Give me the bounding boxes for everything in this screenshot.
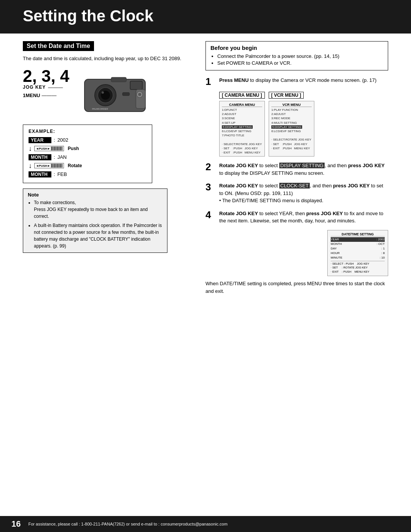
step-3-rotate: Rotate JOG KEY (219, 183, 258, 189)
dt-row-month: MONTH : OCT (331, 242, 385, 246)
clock-set-highlight: CLOCK-SET (279, 183, 310, 189)
push-icon-1: ◄PUSH► (34, 146, 64, 151)
step-1-keyword-menu: Press MENU (219, 77, 249, 83)
dt-year-label: YEAR (331, 237, 339, 242)
note-item-2: A built-in Battery maintains clock opera… (34, 222, 162, 249)
push-icon-2: ◄PUSH► (34, 163, 64, 168)
before-item-2: Set POWER to CAMERA or VCR. (217, 60, 383, 66)
dt-row-day: DAY : 1 (331, 246, 385, 251)
camera-img-area: 2, 3, 4 JOG KEY ——— 1MENU ——— (23, 68, 190, 118)
vcr-menu-box: VCR MENU 1:PLAY FUNCTION 2:ADJUST 3:REC … (269, 101, 314, 157)
dt-minute-label: MINUTE (331, 256, 342, 260)
step-2-press: press JOG KEY (348, 163, 385, 168)
menu-images: CAMERA MENU 1:DFUNCT 2:ADJUST 3:SCENE 4:… (219, 101, 388, 157)
before-list: Connect the Palmcorder to a power source… (210, 53, 383, 66)
svg-rect-5 (130, 81, 142, 89)
camera-svg: PALMCORDER (77, 68, 153, 117)
datetime-display-title: DATE/TIME SETTING (331, 232, 385, 236)
month-key-1: MONTH (29, 154, 51, 160)
step-1-content: Press MENU to display the Camera or VCR … (219, 77, 376, 86)
page: Setting the Clock Set the Date and Time … (0, 0, 411, 532)
section-title: Set the Date and Time (23, 41, 94, 51)
dt-hour-label: HOUR (331, 251, 340, 256)
push-row-2: ↓ ◄PUSH► Rotate (29, 162, 147, 170)
year-key: YEAR (29, 137, 51, 143)
camera-image-area: PALMCORDER (77, 68, 153, 118)
year-val: 2002 (57, 137, 68, 143)
camera-menu-title: CAMERA MENU (222, 103, 262, 107)
step-3-num: 3 (206, 182, 216, 204)
before-item-1: Connect the Palmcorder to a power source… (217, 53, 383, 59)
step-4-rotate: Rotate JOG KEY (219, 211, 258, 216)
note-item-1: To make corrections,Press JOG KEY repeat… (34, 199, 162, 220)
menu-labels-row: [ CAMERA MENU ] [ VCR MENU ] (219, 92, 388, 99)
step-2-keyword: Rotate JOG KEY (219, 163, 258, 168)
svg-text:PALMCORDER: PALMCORDER (92, 108, 108, 110)
arrow-down-icon-2: ↓ (29, 162, 32, 170)
example-row-month2: MONTH : FEB (29, 171, 147, 177)
jog-key-label: JOG KEY (23, 85, 46, 90)
step-2-content: Rotate JOG KEY to select DISPLAY SETTING… (219, 162, 388, 177)
footer-bar: 16 For assistance, please call : 1-800-2… (0, 516, 411, 532)
camera-menu-tag: [ CAMERA MENU ] (219, 92, 265, 99)
svg-rect-10 (123, 93, 129, 96)
completion-text: When DATE/TIME setting is completed, pre… (206, 280, 388, 295)
note-box: Note To make corrections,Press JOG KEY r… (23, 189, 167, 253)
vcr-menu-content: 1:PLAY FUNCTION 2:ADJUST 3:REC MODE 4:MU… (271, 108, 312, 150)
dt-row-hour: HOUR : 8 (331, 251, 385, 256)
big-numbers: 2, 3, 4 (23, 68, 69, 85)
svg-point-9 (138, 93, 141, 96)
dt-month-label: MONTH (331, 242, 342, 246)
note-list: To make corrections,Press JOG KEY repeat… (28, 199, 162, 249)
page-title: Setting the Clock (23, 7, 388, 25)
note-title: Note (28, 192, 162, 198)
dt-hour-val: : 8 (381, 251, 385, 256)
push-row-1: ↓ ◄PUSH► Push (29, 145, 147, 153)
month-val-2: FEB (57, 171, 67, 177)
step-4-press: press JOG KEY (306, 211, 343, 216)
dt-day-label: DAY (331, 246, 337, 251)
dt-year-val: : 2002 (376, 237, 385, 242)
month-val-1: JAN (57, 154, 67, 160)
header-bar: Setting the Clock (0, 0, 411, 34)
vcr-menu-tag: [ VCR MENU ] (269, 92, 304, 99)
step-3-content: Rotate JOG KEY to select CLOCK-SET, and … (219, 182, 388, 204)
two-col-layout: Set the Date and Time The date and time … (23, 41, 388, 295)
step-3-press: press JOG KEY (333, 183, 370, 189)
step-2-num: 2 (206, 162, 216, 177)
footer-text: For assistance, please call : 1-800-211-… (28, 522, 227, 526)
example-row-month1: MONTH : JAN (29, 154, 147, 160)
step-2: 2 Rotate JOG KEY to select DISPLAY SETTI… (206, 162, 388, 177)
datetime-display: DATE/TIME SETTING YEAR : 2002 MONTH : OC… (327, 230, 388, 276)
before-you-begin-box: Before you begin Connect the Palmcorder … (206, 41, 388, 70)
dt-row-year: YEAR : 2002 (331, 237, 385, 242)
arrow-icon-2: ——— (42, 93, 57, 98)
vcr-menu-title: VCR MENU (271, 103, 312, 107)
dt-footer: · SELECT : PUSH JOG KEY · SET : ROTATE J… (331, 261, 385, 274)
example-box: EXAMPLE: YEAR : 2002 ↓ ◄PUSH► (23, 125, 152, 183)
svg-point-4 (102, 91, 104, 94)
left-column: Set the Date and Time The date and time … (23, 41, 190, 295)
menu-label: 1MENU (23, 93, 40, 98)
camera-menu-content: 1:DFUNCT 2:ADJUST 3:SCENE 4:SET-UP 5:DIS… (222, 108, 262, 155)
arrow-icon: ——— (48, 85, 63, 90)
jog-key-area: 2, 3, 4 JOG KEY ——— 1MENU ——— (23, 68, 69, 98)
step-4-content: Rotate JOG KEY to select YEAR, then pres… (219, 210, 388, 225)
section-description: The date and time is calculated, includi… (23, 55, 190, 62)
step-4-num: 4 (206, 210, 216, 225)
before-you-begin-title: Before you begin (210, 45, 383, 51)
dt-month-val: : OCT (377, 242, 385, 246)
step-4: 4 Rotate JOG KEY to select YEAR, then pr… (206, 210, 388, 225)
page-number: 16 (11, 519, 21, 529)
menu-images-area: [ CAMERA MENU ] [ VCR MENU ] CAMERA MENU… (219, 92, 388, 157)
svg-rect-7 (111, 77, 126, 82)
step-1: 1 Press MENU to display the Camera or VC… (206, 77, 388, 86)
camera-menu-box: CAMERA MENU 1:DFUNCT 2:ADJUST 3:SCENE 4:… (219, 101, 265, 157)
push-label-1: Push (68, 146, 79, 151)
arrow-down-icon-1: ↓ (29, 145, 32, 153)
dt-day-val: : 1 (381, 246, 385, 251)
month-key-2: MONTH (29, 171, 51, 177)
right-column: Before you begin Connect the Palmcorder … (206, 41, 388, 295)
step-1-num: 1 (206, 77, 216, 86)
example-label: EXAMPLE: (29, 129, 147, 134)
